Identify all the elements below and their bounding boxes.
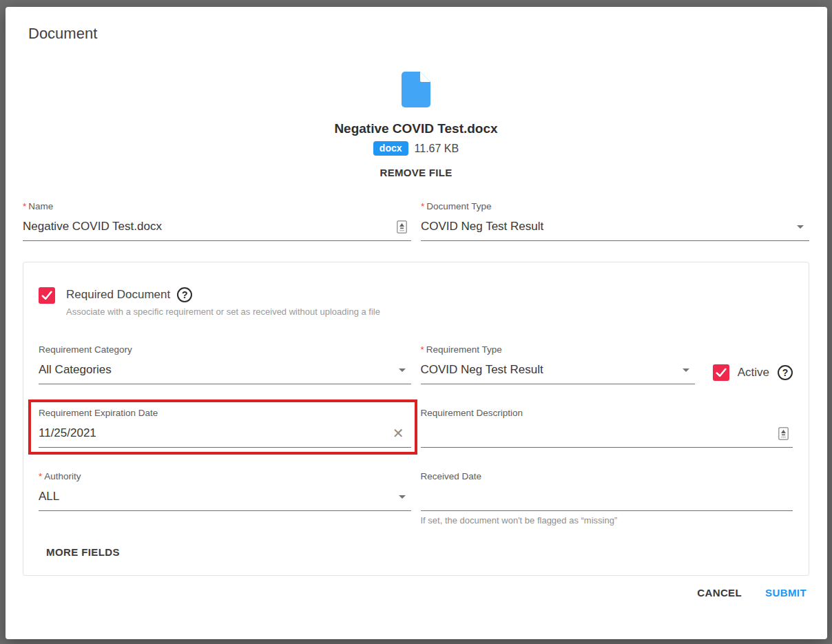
received-date-helper: If set, the document won't be flagged as… bbox=[421, 515, 793, 526]
chevron-down-icon bbox=[797, 225, 804, 229]
file-icon bbox=[402, 98, 430, 110]
requirement-expiration-date-value: 11/25/2021 bbox=[39, 426, 393, 440]
clear-icon[interactable]: ✕ bbox=[393, 426, 404, 440]
active-label: Active bbox=[738, 366, 769, 380]
received-date-field: Received Date If set, the document won't… bbox=[421, 471, 793, 526]
help-icon[interactable]: ? bbox=[177, 287, 192, 302]
requirement-category-value: All Categories bbox=[39, 363, 399, 377]
file-ext-badge: docx bbox=[373, 141, 408, 156]
received-date-label: Received Date bbox=[421, 471, 793, 481]
help-icon[interactable]: ? bbox=[778, 365, 793, 380]
name-input[interactable]: Negative COVID Test.docx bbox=[23, 218, 411, 241]
required-asterisk: * bbox=[421, 201, 424, 211]
submit-button[interactable]: SUBMIT bbox=[765, 587, 807, 599]
chevron-down-icon bbox=[399, 495, 406, 499]
name-value: Negative COVID Test.docx bbox=[23, 220, 397, 233]
document-type-value: COVID Neg Test Result bbox=[421, 220, 797, 233]
requirement-expiration-date-label: Requirement Expiration Date bbox=[39, 408, 411, 418]
chevron-down-icon bbox=[399, 368, 406, 372]
authority-field: *Authority ALL bbox=[39, 471, 411, 526]
required-document-label: Required Document bbox=[66, 288, 170, 302]
remove-file-button[interactable]: REMOVE FILE bbox=[376, 166, 457, 179]
requirement-type-select[interactable]: COVID Neg Test Result bbox=[421, 361, 695, 384]
required-document-hint: Associate with a specific requirement or… bbox=[66, 307, 380, 317]
required-document-checkbox[interactable] bbox=[39, 287, 55, 304]
requirement-category-field: Requirement Category All Categories bbox=[39, 344, 411, 384]
file-size: 11.67 KB bbox=[415, 143, 459, 155]
requirement-type-value: COVID Neg Test Result bbox=[421, 363, 683, 377]
required-asterisk: * bbox=[421, 344, 424, 355]
requirement-description-field: Requirement Description bbox=[421, 408, 793, 448]
required-asterisk: * bbox=[23, 201, 26, 211]
file-name: Negative COVID Test.docx bbox=[23, 121, 809, 136]
required-asterisk: * bbox=[39, 471, 42, 481]
requirement-type-label: *Requirement Type bbox=[421, 344, 695, 355]
name-label: *Name bbox=[23, 201, 411, 211]
name-field: *Name Negative COVID Test.docx bbox=[23, 201, 411, 241]
requirement-description-input[interactable] bbox=[421, 424, 793, 448]
active-checkbox[interactable] bbox=[713, 364, 729, 381]
required-document-card: Required Document ? Associate with a spe… bbox=[23, 262, 809, 576]
document-type-field: *Document Type COVID Neg Test Result bbox=[421, 201, 809, 241]
autofill-icon[interactable] bbox=[397, 220, 407, 233]
file-preview: Negative COVID Test.docx docx 11.67 KB R… bbox=[23, 72, 809, 179]
annotation-highlight: Requirement Expiration Date 11/25/2021 ✕ bbox=[28, 399, 417, 455]
document-modal: Document Negative COVID Test.docx docx 1… bbox=[6, 7, 827, 639]
requirement-expiration-date-input[interactable]: 11/25/2021 ✕ bbox=[39, 424, 411, 448]
modal-footer: CANCEL SUBMIT bbox=[23, 587, 809, 599]
cancel-button[interactable]: CANCEL bbox=[697, 587, 742, 599]
page-title: Document bbox=[28, 25, 809, 43]
chevron-down-icon bbox=[683, 368, 689, 372]
requirement-category-label: Requirement Category bbox=[39, 344, 411, 355]
autofill-icon[interactable] bbox=[778, 427, 789, 440]
received-date-input[interactable] bbox=[421, 488, 793, 511]
document-type-label: *Document Type bbox=[421, 201, 809, 211]
requirement-expiration-date-field: Requirement Expiration Date 11/25/2021 ✕ bbox=[39, 408, 411, 448]
requirement-description-label: Requirement Description bbox=[421, 408, 793, 418]
document-type-select[interactable]: COVID Neg Test Result bbox=[421, 218, 809, 241]
authority-select[interactable]: ALL bbox=[39, 488, 411, 511]
authority-value: ALL bbox=[39, 490, 399, 503]
more-fields-button[interactable]: MORE FIELDS bbox=[46, 546, 120, 558]
requirement-category-select[interactable]: All Categories bbox=[39, 361, 411, 384]
requirement-type-field: *Requirement Type COVID Neg Test Result bbox=[421, 344, 695, 384]
authority-label: *Authority bbox=[39, 471, 411, 481]
